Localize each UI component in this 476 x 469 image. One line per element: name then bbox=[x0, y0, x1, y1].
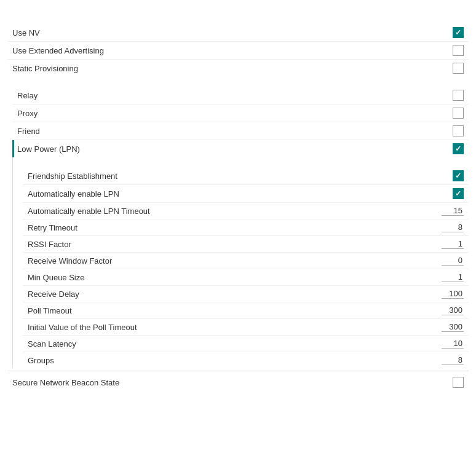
number-input[interactable]: 8 bbox=[442, 355, 464, 365]
row-label-retry-timeout: Retry Timeout bbox=[28, 223, 77, 232]
setting-row-scan-latency: Scan Latency10 bbox=[23, 336, 469, 352]
row-label-scan-latency: Scan Latency bbox=[28, 339, 76, 349]
row-label-auto-enable-lpn-timeout: Automatically enable LPN Timeout bbox=[28, 207, 150, 216]
setting-row-auto-enable-lpn-timeout: Automatically enable LPN Timeout15 bbox=[23, 203, 469, 219]
row-label-rssi-factor: RSSI Factor bbox=[28, 240, 71, 249]
row-label-auto-enable-lpn: Automatically enable LPN bbox=[28, 189, 119, 199]
row-label-static-provisioning: Static Provisioning bbox=[12, 64, 78, 73]
row-label-proxy: Proxy bbox=[17, 109, 38, 118]
checkbox-wrapper[interactable] bbox=[453, 108, 464, 119]
row-label-use-extended-advertising: Use Extended Advertising bbox=[12, 46, 104, 55]
setting-row-retry-timeout: Retry Timeout8 bbox=[23, 219, 469, 236]
checkbox-checked[interactable] bbox=[453, 27, 464, 38]
row-label-secure-network-beacon-state: Secure Network Beacon State bbox=[12, 378, 119, 387]
checkbox-checked[interactable] bbox=[453, 170, 464, 181]
number-input[interactable]: 10 bbox=[442, 339, 464, 349]
setting-row-receive-window-factor: Receive Window Factor0 bbox=[23, 253, 469, 269]
row-label-friendship-establishment: Friendship Establishment bbox=[28, 171, 117, 181]
checkbox-unchecked[interactable] bbox=[453, 45, 464, 56]
number-input[interactable]: 1 bbox=[442, 239, 464, 249]
setting-row-receive-delay: Receive Delay100 bbox=[23, 286, 469, 302]
row-label-receive-delay: Receive Delay bbox=[28, 290, 79, 299]
top-settings-section: Use NVUse Extended AdvertisingStatic Pro… bbox=[7, 24, 469, 77]
setting-row-groups: Groups8 bbox=[23, 352, 469, 368]
checkbox-wrapper[interactable] bbox=[453, 63, 464, 74]
row-label-friend: Friend bbox=[17, 127, 40, 136]
setting-row-secure-network-beacon-state: Secure Network Beacon State bbox=[7, 374, 469, 391]
number-input[interactable]: 0 bbox=[442, 256, 464, 266]
setting-row-friend: Friend bbox=[12, 122, 469, 140]
number-input[interactable]: 1 bbox=[442, 272, 464, 282]
setting-row-relay: Relay bbox=[12, 87, 469, 104]
setting-row-proxy: Proxy bbox=[12, 104, 469, 122]
setting-row-use-extended-advertising: Use Extended Advertising bbox=[7, 42, 469, 60]
number-input[interactable]: 15 bbox=[442, 206, 464, 216]
checkbox-checked[interactable] bbox=[453, 188, 464, 199]
breadcrumb-separator bbox=[10, 9, 12, 18]
setting-row-min-queue-size: Min Queue Size1 bbox=[23, 269, 469, 286]
section-divider bbox=[7, 371, 469, 371]
checkbox-wrapper[interactable] bbox=[453, 377, 464, 388]
checkbox-wrapper[interactable] bbox=[453, 143, 464, 154]
setting-row-low-power-lpn: Low Power (LPN) bbox=[12, 140, 469, 157]
checkbox-wrapper[interactable] bbox=[453, 170, 464, 181]
checkbox-checked[interactable] bbox=[453, 143, 464, 154]
checkbox-unchecked[interactable] bbox=[453, 125, 464, 136]
row-label-relay: Relay bbox=[17, 91, 38, 100]
low-power-header bbox=[18, 157, 469, 167]
number-input[interactable]: 100 bbox=[442, 289, 464, 299]
row-label-initial-value-poll-timeout: Initial Value of the Poll Timeout bbox=[28, 323, 137, 332]
row-label-receive-window-factor: Receive Window Factor bbox=[28, 256, 112, 266]
checkbox-unchecked[interactable] bbox=[453, 108, 464, 119]
row-label-use-nv: Use NV bbox=[12, 28, 40, 37]
breadcrumb bbox=[7, 5, 469, 24]
row-label-low-power-lpn: Low Power (LPN) bbox=[17, 144, 80, 154]
checkbox-wrapper[interactable] bbox=[453, 125, 464, 136]
setting-row-auto-enable-lpn: Automatically enable LPN bbox=[23, 185, 469, 203]
mesh-profile-features-section: RelayProxyFriendLow Power (LPN) bbox=[7, 87, 469, 157]
setting-row-rssi-factor: RSSI Factor1 bbox=[23, 236, 469, 253]
page-container: Use NVUse Extended AdvertisingStatic Pro… bbox=[0, 0, 476, 396]
checkbox-unchecked[interactable] bbox=[453, 63, 464, 74]
row-label-min-queue-size: Min Queue Size bbox=[28, 273, 85, 282]
mesh-profile-header bbox=[7, 77, 469, 87]
row-label-groups: Groups bbox=[28, 356, 54, 365]
low-power-settings-section: Friendship EstablishmentAutomatically en… bbox=[18, 167, 469, 368]
checkbox-wrapper[interactable] bbox=[453, 45, 464, 56]
setting-row-initial-value-poll-timeout: Initial Value of the Poll Timeout300 bbox=[23, 319, 469, 336]
checkbox-wrapper[interactable] bbox=[453, 27, 464, 38]
low-power-config-container: Friendship EstablishmentAutomatically en… bbox=[12, 157, 469, 368]
checkbox-unchecked[interactable] bbox=[453, 90, 464, 101]
bottom-settings-section: Secure Network Beacon State bbox=[7, 374, 469, 391]
setting-row-static-provisioning: Static Provisioning bbox=[7, 60, 469, 77]
checkbox-wrapper[interactable] bbox=[453, 188, 464, 199]
number-input[interactable]: 300 bbox=[442, 322, 464, 332]
number-input[interactable]: 8 bbox=[442, 223, 464, 232]
setting-row-use-nv: Use NV bbox=[7, 24, 469, 42]
number-input[interactable]: 300 bbox=[442, 305, 464, 315]
checkbox-wrapper[interactable] bbox=[453, 90, 464, 101]
row-label-poll-timeout: Poll Timeout bbox=[28, 306, 72, 315]
setting-row-friendship-establishment: Friendship Establishment bbox=[23, 167, 469, 185]
checkbox-unchecked[interactable] bbox=[453, 377, 464, 388]
setting-row-poll-timeout: Poll Timeout300 bbox=[23, 302, 469, 319]
